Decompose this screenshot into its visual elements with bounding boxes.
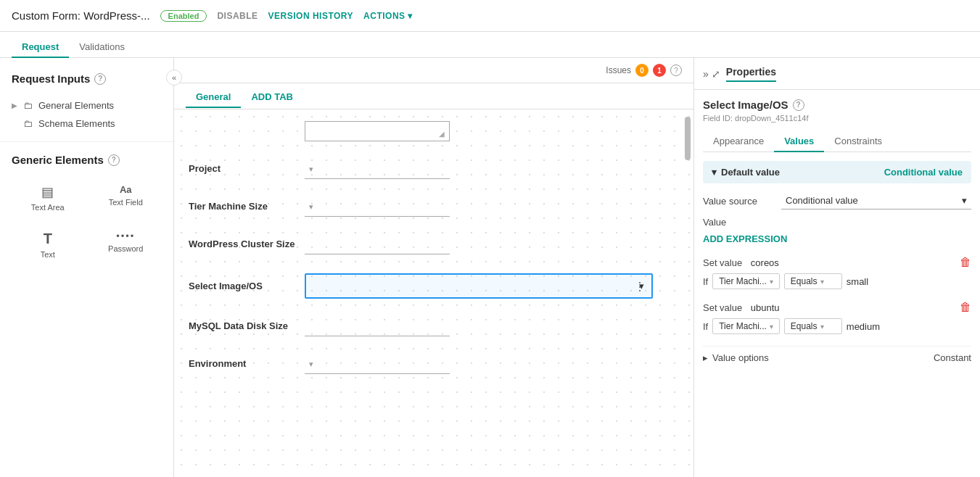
- generic-element-text-area[interactable]: ▤ Text Area: [12, 178, 84, 218]
- field-label-tier-machine-size: Tier Machine Size: [189, 198, 305, 212]
- folder-icon: 🗀: [23, 118, 33, 129]
- request-inputs-help-icon[interactable]: ?: [94, 73, 106, 85]
- field-row-select-image-os: Select Image/OS ▾ ⋮: [189, 270, 679, 302]
- text-label: Text: [41, 250, 55, 259]
- issues-badge-red: 1: [653, 64, 666, 77]
- value-options-row[interactable]: ▸ Value options Constant: [703, 346, 971, 369]
- field-label-select-image-os: Select Image/OS: [189, 273, 305, 291]
- actions-button[interactable]: ACTIONS ▾: [363, 11, 413, 21]
- field-input-tier-machine-size[interactable]: ▾: [305, 198, 450, 217]
- text-input-box[interactable]: ◢: [305, 121, 450, 141]
- dropdown-arrow-icon: ▾: [309, 202, 313, 212]
- condition-op-arrow-icon-2: ▾: [820, 323, 824, 331]
- folder-icon: 🗀: [23, 100, 33, 111]
- field-input-mysql-data-disk-size[interactable]: [305, 318, 450, 336]
- set-value-block-2: Set value ubuntu 🗑 If Tier Machi... ▾ Eq…: [703, 301, 971, 334]
- panel-collapse-icon[interactable]: »: [703, 68, 709, 80]
- field-title: Select Image/OS ?: [703, 99, 971, 111]
- value-source-arrow-icon: ▾: [962, 195, 967, 206]
- generic-elements-grid: ▤ Text Area Aa Text Field T Text •••• Pa…: [0, 175, 173, 268]
- disable-button[interactable]: DISABLE: [217, 11, 258, 21]
- form-tab-add[interactable]: ADD TAB: [241, 86, 303, 107]
- set-value-val-1: coreos: [751, 257, 779, 268]
- condition-op-select-1[interactable]: Equals ▾: [784, 273, 842, 289]
- if-row-1: If Tier Machi... ▾ Equals ▾ small: [703, 273, 971, 289]
- panel-expand-icon[interactable]: ⤢: [712, 68, 720, 80]
- resize-handle-icon: ◢: [439, 130, 445, 138]
- field-input-select-image-os[interactable]: ▾ ⋮: [305, 273, 653, 299]
- if-row-2: If Tier Machi... ▾ Equals ▾ medium: [703, 318, 971, 334]
- version-history-button[interactable]: VERSION HISTORY: [268, 11, 354, 21]
- field-row-text-input: ◢: [189, 118, 679, 144]
- panel-expand-buttons: » ⤢: [703, 68, 720, 80]
- tab-validations[interactable]: Validations: [69, 36, 135, 58]
- field-input-environment[interactable]: ▾: [305, 355, 450, 374]
- canvas-scrollbar-thumb: [685, 117, 691, 160]
- prop-tab-values[interactable]: Values: [774, 131, 824, 152]
- right-panel-body: Select Image/OS ? Field ID: dropDown_451…: [694, 90, 980, 477]
- set-value-block-1: Set value coreos 🗑 If Tier Machi... ▾ Eq…: [703, 256, 971, 289]
- sidebar-item-general-elements[interactable]: ▶ 🗀 General Elements: [12, 96, 162, 115]
- text-area-icon: ▤: [41, 184, 54, 200]
- add-expression-button[interactable]: ADD EXPRESSION: [703, 231, 787, 247]
- values-section: ▾ Default value Conditional value Value …: [703, 161, 971, 369]
- center-panel-header: Issues 0 1 ?: [174, 58, 693, 83]
- sidebar-item-schema-elements[interactable]: 🗀 Schema Elements: [12, 115, 162, 133]
- issues-area: Issues 0 1 ?: [606, 64, 682, 77]
- dropdown-arrow-icon: ▾: [309, 360, 313, 369]
- generic-elements-help-icon[interactable]: ?: [108, 154, 120, 166]
- condition-op-arrow-icon: ▾: [820, 278, 824, 286]
- condition-field-select-1[interactable]: Tier Machi... ▾: [712, 273, 780, 289]
- field-label-wordpress-cluster-size: WordPress Cluster Size: [189, 236, 305, 249]
- generic-element-text[interactable]: T Text: [12, 224, 84, 265]
- form-tab-general[interactable]: General: [186, 86, 241, 108]
- form-tabs: General ADD TAB: [174, 83, 693, 109]
- delete-icon-1[interactable]: 🗑: [960, 256, 971, 269]
- field-label-mysql-data-disk-size: MySQL Data Disk Size: [189, 318, 305, 331]
- canvas-scrollbar[interactable]: [685, 109, 691, 477]
- value-label: Value: [703, 217, 971, 228]
- field-row-mysql-data-disk-size: MySQL Data Disk Size: [189, 315, 679, 339]
- generic-element-text-field[interactable]: Aa Text Field: [90, 178, 162, 218]
- default-value-row[interactable]: ▾ Default value Conditional value: [703, 161, 971, 183]
- issues-help-icon[interactable]: ?: [670, 65, 682, 76]
- if-label-1: If: [703, 276, 708, 287]
- left-sidebar: « Request Inputs ? ▶ 🗀 General Elements …: [0, 58, 174, 477]
- field-input-wordpress-cluster-size[interactable]: [305, 236, 450, 254]
- value-source-select[interactable]: Conditional value ▾: [781, 192, 971, 210]
- text-icon: T: [44, 231, 52, 247]
- sidebar-groups: ▶ 🗀 General Elements 🗀 Schema Elements: [0, 94, 173, 136]
- field-row-tier-machine-size: Tier Machine Size ▾: [189, 195, 679, 220]
- tab-request[interactable]: Request: [12, 36, 69, 58]
- prop-tab-constraints[interactable]: Constraints: [824, 131, 892, 152]
- field-label-project: Project: [189, 160, 305, 174]
- sidebar-collapse-button[interactable]: «: [166, 70, 182, 86]
- field-row-environment: Environment ▾: [189, 352, 679, 377]
- right-panel: » ⤢ Properties Select Image/OS ? Field I…: [693, 58, 980, 477]
- dropdown-arrow-icon: ▾: [309, 165, 313, 174]
- condition-op-select-2[interactable]: Equals ▾: [784, 318, 842, 334]
- prop-tabs: Appearance Values Constraints: [703, 131, 971, 152]
- text-field-label: Text Field: [109, 198, 143, 207]
- default-value-label: ▾ Default value: [712, 167, 780, 178]
- if-label-2: If: [703, 321, 708, 332]
- delete-icon-2[interactable]: 🗑: [960, 301, 971, 314]
- value-options-arrow-icon: ▸: [703, 352, 708, 363]
- main-tab-bar: Request Validations: [0, 32, 980, 58]
- field-help-icon[interactable]: ?: [793, 99, 804, 111]
- arrow-icon: ▶: [12, 101, 17, 109]
- field-label-environment: Environment: [189, 355, 305, 369]
- prop-tab-appearance[interactable]: Appearance: [703, 131, 774, 152]
- three-dots-menu-icon[interactable]: ⋮: [634, 279, 646, 293]
- issues-badge-orange: 0: [635, 64, 648, 77]
- issues-label: Issues: [606, 65, 631, 75]
- set-value-header-2: Set value ubuntu 🗑: [703, 301, 971, 314]
- properties-title: Properties: [726, 66, 776, 82]
- password-icon: ••••: [116, 231, 135, 241]
- field-input-project[interactable]: ▾: [305, 160, 450, 179]
- condition-field-select-2[interactable]: Tier Machi... ▾: [712, 318, 780, 334]
- value-source-row: Value source Conditional value ▾: [703, 192, 971, 210]
- sidebar-divider: [0, 141, 173, 142]
- generic-element-password[interactable]: •••• Password: [90, 224, 162, 265]
- set-value-header-1: Set value coreos 🗑: [703, 256, 971, 269]
